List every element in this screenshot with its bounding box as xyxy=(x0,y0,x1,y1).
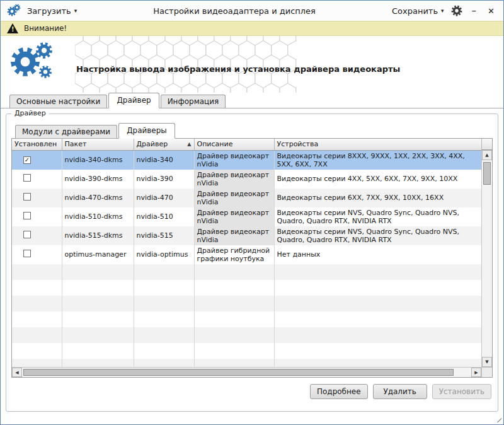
devices-cell[interactable]: Видеокарты серии NVS, Quadro Sync, Quadr… xyxy=(274,226,481,245)
empty-row xyxy=(12,359,481,368)
close-button[interactable]: ✕ xyxy=(485,6,497,16)
empty-row xyxy=(12,327,481,343)
scroll-up-button[interactable]: ▲ xyxy=(482,150,492,160)
status-bar xyxy=(1,414,503,424)
vertical-scroll-thumb[interactable] xyxy=(483,162,491,185)
package-cell[interactable]: nvidia-390-dkms xyxy=(62,170,134,189)
checkbox-unchecked[interactable] xyxy=(23,174,31,182)
package-cell[interactable]: nvidia-470-dkms xyxy=(62,189,134,207)
checkbox-checked[interactable]: ✓ xyxy=(23,156,31,164)
horizontal-scrollbar[interactable]: ◀ ▶ xyxy=(12,367,481,377)
groupbox-title: Драйвер xyxy=(11,109,49,117)
installed-cell xyxy=(12,226,62,245)
header-banner: Настройка вывода изображения и установка… xyxy=(1,36,503,93)
description-cell[interactable]: Драйвер видеокарт nVidia xyxy=(194,170,274,189)
window-title: Настройки видеоадаптера и дисплея xyxy=(83,6,386,16)
save-button-label: Сохранить xyxy=(392,6,438,16)
table-row[interactable]: nvidia-515-dkmsnvidia-515Драйвер видеока… xyxy=(12,226,481,245)
header-corner xyxy=(481,139,492,150)
installed-cell xyxy=(12,245,62,264)
description-cell[interactable]: Драйвер видеокарт nVidia xyxy=(194,226,274,245)
driver-cell[interactable]: nvidia-340 xyxy=(134,150,194,170)
table-row[interactable]: nvidia-510-dkmsnvidia-510Драйвер видеока… xyxy=(12,207,481,226)
driver-cell[interactable]: nvidia-390 xyxy=(134,170,194,189)
devices-cell[interactable]: Видеокарты серии 6XX, 7XX, 9XX, 10XX, 16… xyxy=(274,189,481,207)
driver-groupbox: Драйвер Модули с драйверами Драйверы Уст… xyxy=(6,114,498,412)
table-header-row: Установлен Пакет Драйвер▲ Описание Устро… xyxy=(12,139,481,150)
column-header-package[interactable]: Пакет xyxy=(62,139,134,150)
install-button[interactable]: Установить xyxy=(432,384,491,399)
installed-cell xyxy=(12,170,62,189)
package-cell[interactable]: nvidia-340-dkms xyxy=(62,150,134,170)
tab-information[interactable]: Информация xyxy=(161,95,226,108)
warning-banner: ! Внимание! xyxy=(1,21,503,36)
action-button-row: Подробнее Удалить Установить xyxy=(11,384,493,399)
driver-table-area: Установлен Пакет Драйвер▲ Описание Устро… xyxy=(11,138,493,378)
column-header-driver[interactable]: Драйвер▲ xyxy=(134,139,194,150)
save-button[interactable]: Сохранить ▾ xyxy=(392,6,444,16)
package-cell[interactable]: nvidia-515-dkms xyxy=(62,226,134,245)
chevron-down-icon: ▾ xyxy=(441,8,444,14)
driver-cell[interactable]: nvidia-optimus xyxy=(134,245,194,264)
empty-row xyxy=(12,264,481,280)
devices-cell[interactable]: Видеокарты серии 4XX, 5XX, 6XX, 7XX, 9XX… xyxy=(274,170,481,189)
details-button[interactable]: Подробнее xyxy=(310,384,368,399)
description-cell[interactable]: Драйвер видеокарт nVidia xyxy=(194,189,274,207)
subtab-driver-modules[interactable]: Модули с драйверами xyxy=(15,125,117,139)
driver-table: Установлен Пакет Драйвер▲ Описание Устро… xyxy=(12,139,481,367)
scroll-down-button[interactable]: ▼ xyxy=(482,357,492,367)
sort-asc-icon: ▲ xyxy=(187,141,191,147)
checkbox-unchecked[interactable] xyxy=(23,250,31,257)
chevron-down-icon: ▾ xyxy=(74,8,77,14)
checkbox-unchecked[interactable] xyxy=(23,193,31,201)
column-header-installed[interactable]: Установлен xyxy=(12,139,62,150)
empty-row xyxy=(12,296,481,311)
table-row[interactable]: optimus-managernvidia-optimusДрайвер гиб… xyxy=(12,245,481,264)
subtab-drivers[interactable]: Драйверы xyxy=(118,123,175,139)
package-cell[interactable]: optimus-manager xyxy=(62,245,134,264)
titlebar: Загрузить ▾ Настройки видеоадаптера и ди… xyxy=(1,1,503,21)
table-row[interactable]: ✓nvidia-340-dkmsnvidia-340Драйвер видеок… xyxy=(12,150,481,170)
scroll-right-button[interactable]: ▶ xyxy=(471,368,481,377)
empty-row xyxy=(12,311,481,327)
warning-text: Внимание! xyxy=(24,24,67,33)
minimize-button[interactable]: – xyxy=(469,5,479,16)
column-header-description[interactable]: Описание xyxy=(194,139,274,150)
remove-button[interactable]: Удалить xyxy=(373,384,427,399)
driver-table-body: ✓nvidia-340-dkmsnvidia-340Драйвер видеок… xyxy=(12,150,481,367)
driver-cell[interactable]: nvidia-510 xyxy=(134,207,194,226)
scroll-corner xyxy=(481,367,492,377)
devices-cell[interactable]: Видеокарты серии NVS, Quadro Sync, Quadr… xyxy=(274,207,481,226)
app-gears-icon xyxy=(7,4,21,18)
tab-basic-settings[interactable]: Основные настройки xyxy=(9,95,107,108)
description-cell[interactable]: Драйвер видеокарт nVidia xyxy=(194,150,274,170)
driver-cell[interactable]: nvidia-515 xyxy=(134,226,194,245)
vertical-scrollbar[interactable]: ▲ ▼ xyxy=(481,150,492,367)
devices-cell[interactable]: Нет данных xyxy=(274,245,481,264)
tab-driver[interactable]: Драйвер xyxy=(108,93,159,108)
horizontal-scroll-thumb[interactable] xyxy=(23,369,454,376)
main-tab-bar: Основные настройки Драйвер Информация xyxy=(1,93,503,108)
table-row[interactable]: nvidia-390-dkmsnvidia-390Драйвер видеока… xyxy=(12,170,481,189)
description-cell[interactable]: Драйвер видеокарт nVidia xyxy=(194,207,274,226)
installed-cell xyxy=(12,207,62,226)
empty-row xyxy=(12,280,481,296)
resize-grip-icon[interactable] xyxy=(494,415,501,422)
load-button-label: Загрузить xyxy=(27,6,71,16)
driver-cell[interactable]: nvidia-470 xyxy=(134,189,194,207)
checkbox-unchecked[interactable] xyxy=(23,231,31,238)
description-cell[interactable]: Драйвер гибридной графики ноутбука xyxy=(194,245,274,264)
page-subtitle: Настройка вывода изображения и установка… xyxy=(76,64,400,74)
devices-cell[interactable]: Видеокарты серии 8XXX, 9XXX, 1XX, 2XX, 3… xyxy=(274,150,481,170)
tab-pane: Драйвер Модули с драйверами Драйверы Уст… xyxy=(1,108,503,414)
warning-icon: ! xyxy=(7,23,18,33)
scroll-left-button[interactable]: ◀ xyxy=(12,368,22,377)
settings-gear-icon[interactable] xyxy=(450,4,463,17)
column-header-devices[interactable]: Устройства xyxy=(274,139,481,150)
table-row[interactable]: nvidia-470-dkmsnvidia-470Драйвер видеока… xyxy=(12,189,481,207)
load-button[interactable]: Загрузить ▾ xyxy=(27,6,77,16)
checkbox-unchecked[interactable] xyxy=(23,212,31,219)
window: Загрузить ▾ Настройки видеоадаптера и ди… xyxy=(0,0,504,425)
package-cell[interactable]: nvidia-510-dkms xyxy=(62,207,134,226)
sub-tab-bar: Модули с драйверами Драйверы xyxy=(11,123,493,139)
